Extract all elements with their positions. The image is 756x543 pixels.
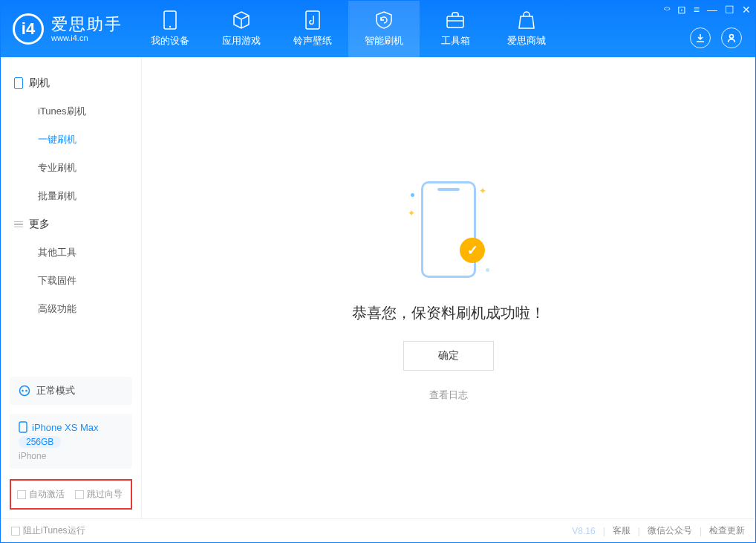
checkbox-icon: [75, 490, 84, 499]
ok-button[interactable]: 确定: [403, 341, 494, 371]
mode-label: 正常模式: [36, 384, 75, 397]
wechat-link[interactable]: 微信公众号: [648, 524, 692, 537]
device-type: iPhone: [19, 451, 46, 461]
user-button[interactable]: [721, 27, 742, 48]
section-label: 刷机: [29, 77, 50, 90]
download-button[interactable]: [690, 27, 711, 48]
success-message: 恭喜您，保资料刷机成功啦！: [352, 303, 545, 323]
device-name: iPhone XS Max: [32, 422, 99, 433]
svg-point-4: [730, 35, 734, 39]
app-body: 刷机 iTunes刷机 一键刷机 专业刷机 批量刷机 更多 其他工具 下载固件 …: [1, 57, 755, 518]
bag-icon: [517, 10, 536, 30]
close-button[interactable]: ✕: [742, 4, 751, 16]
tab-store[interactable]: 爱思商城: [491, 1, 562, 57]
logo-icon: i4: [13, 13, 44, 45]
view-log-link[interactable]: 查看日志: [429, 388, 468, 402]
dot-icon: [411, 193, 414, 197]
checkbox-auto-activate[interactable]: 自动激活: [17, 488, 65, 501]
sidebar: 刷机 iTunes刷机 一键刷机 专业刷机 批量刷机 更多 其他工具 下载固件 …: [1, 57, 142, 518]
app-title: 爱思助手: [51, 16, 123, 33]
sidebar-item-batch-flash[interactable]: 批量刷机: [1, 182, 141, 210]
svg-point-1: [169, 26, 171, 27]
list-icon: [14, 221, 23, 228]
sidebar-item-other-tools[interactable]: 其他工具: [1, 238, 141, 267]
main-tabs: 我的设备 应用游戏 铃声壁纸 智能刷机 工具箱 爱思商城: [134, 1, 562, 57]
flash-options-box: 自动激活 跳过向导: [10, 479, 132, 510]
menu-icon[interactable]: ≡: [694, 4, 700, 16]
checkbox-label: 跳过向导: [87, 488, 123, 501]
minimize-button[interactable]: —: [707, 4, 717, 16]
tab-ringtones[interactable]: 铃声壁纸: [277, 1, 348, 57]
svg-point-6: [22, 390, 24, 392]
svg-rect-2: [306, 11, 319, 29]
window-controls: ⌔ ⊡ ≡ — ☐ ✕: [664, 4, 751, 16]
tab-label: 智能刷机: [365, 34, 403, 48]
section-label: 更多: [29, 218, 50, 231]
music-file-icon: [303, 10, 322, 30]
checkbox-skip-guide[interactable]: 跳过向导: [75, 488, 123, 501]
support-link[interactable]: 客服: [613, 524, 630, 537]
toolbox-icon: [446, 10, 465, 30]
logo-text: 爱思助手 www.i4.cn: [51, 16, 123, 42]
svg-point-7: [25, 390, 27, 392]
checkbox-label: 自动激活: [29, 488, 65, 501]
device-outline-icon: [14, 77, 23, 89]
refresh-shield-icon: [374, 10, 394, 30]
tab-toolbox[interactable]: 工具箱: [420, 1, 491, 57]
app-subtitle: www.i4.cn: [51, 33, 123, 42]
device-capacity: 256GB: [19, 436, 61, 448]
sparkle-icon: ✦: [479, 186, 486, 196]
lock-icon[interactable]: ⊡: [677, 4, 686, 16]
tab-label: 我的设备: [151, 34, 189, 48]
cube-icon: [232, 10, 251, 30]
phone-small-icon: [19, 421, 27, 433]
checkbox-label: 阻止iTunes运行: [23, 524, 85, 537]
device-box[interactable]: iPhone XS Max 256GB iPhone: [10, 414, 132, 469]
app-header: i4 爱思助手 www.i4.cn 我的设备 应用游戏 铃声壁纸 智能刷机 工具…: [1, 1, 755, 57]
sidebar-item-pro-flash[interactable]: 专业刷机: [1, 154, 141, 182]
sidebar-section-flash: 刷机: [1, 69, 141, 97]
checkbox-icon: [11, 527, 20, 536]
tab-label: 应用游戏: [222, 34, 261, 48]
device-name-row: iPhone XS Max: [19, 421, 99, 433]
check-badge-icon: ✓: [460, 238, 485, 263]
header-actions: [690, 27, 742, 48]
separator: |: [638, 526, 640, 536]
shirt-icon[interactable]: ⌔: [664, 4, 670, 16]
separator: |: [700, 526, 702, 536]
success-illustration: ✦ ✦ ✓: [408, 174, 489, 285]
svg-rect-8: [19, 422, 27, 432]
tab-label: 铃声壁纸: [293, 34, 332, 48]
tab-smart-flash[interactable]: 智能刷机: [348, 1, 420, 57]
version-label: V8.16: [572, 526, 595, 536]
check-update-link[interactable]: 检查更新: [709, 524, 745, 537]
tab-my-device[interactable]: 我的设备: [134, 1, 206, 57]
tab-label: 工具箱: [441, 34, 470, 48]
logo-area: i4 爱思助手 www.i4.cn: [1, 1, 134, 57]
tab-label: 爱思商城: [507, 34, 546, 48]
checkbox-icon: [17, 490, 26, 499]
svg-rect-3: [447, 16, 463, 27]
dot-icon: [486, 268, 489, 272]
sparkle-icon: ✦: [408, 208, 415, 218]
sidebar-section-more: 更多: [1, 210, 141, 238]
sidebar-item-download-firmware[interactable]: 下载固件: [1, 267, 141, 295]
sidebar-item-onekey-flash[interactable]: 一键刷机: [1, 126, 141, 154]
main-content: ✦ ✦ ✓ 恭喜您，保资料刷机成功啦！ 确定 查看日志: [142, 57, 755, 518]
sync-icon: [19, 385, 30, 397]
maximize-button[interactable]: ☐: [725, 4, 734, 16]
sidebar-item-advanced[interactable]: 高级功能: [1, 295, 141, 323]
phone-icon: [160, 10, 180, 30]
svg-point-5: [20, 386, 30, 396]
mode-box[interactable]: 正常模式: [10, 377, 132, 405]
status-bar: 阻止iTunes运行 V8.16 | 客服 | 微信公众号 | 检查更新: [1, 518, 755, 542]
phone-outline-icon: [421, 181, 476, 278]
separator: |: [603, 526, 605, 536]
tab-apps[interactable]: 应用游戏: [206, 1, 277, 57]
sidebar-item-itunes-flash[interactable]: iTunes刷机: [1, 97, 141, 126]
checkbox-block-itunes[interactable]: 阻止iTunes运行: [11, 524, 85, 537]
